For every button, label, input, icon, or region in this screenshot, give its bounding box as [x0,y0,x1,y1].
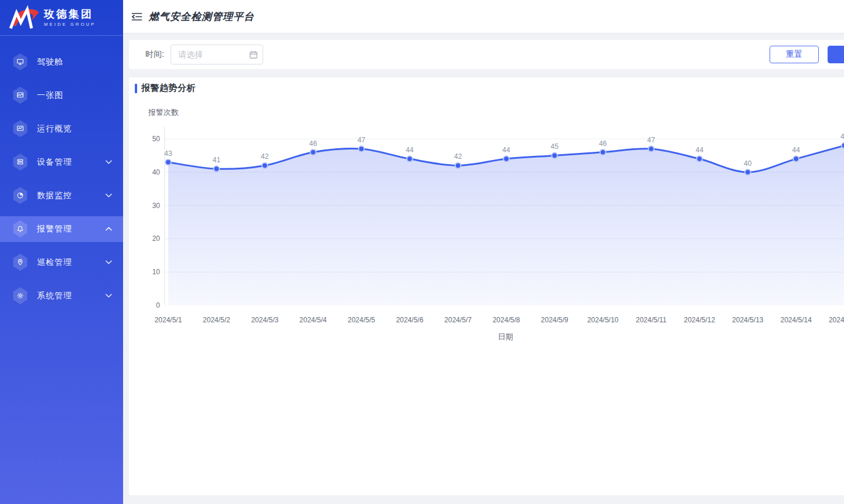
platform-title: 燃气安全检测管理平台 [149,10,254,23]
inspection-icon [12,254,28,271]
sidebar-nav: 驾驶舱 一张图 运行概览 设备管理 [0,36,123,312]
cockpit-dashboard-icon [12,53,28,70]
chevron-down-icon [106,260,112,264]
sidebar-item-label: 驾驶舱 [37,57,63,67]
svg-text:50: 50 [152,135,161,143]
svg-text:44: 44 [792,146,801,154]
svg-text:2024/5/2: 2024/5/2 [203,316,230,324]
filter-bar: 时间: 重置 查询 [129,40,844,69]
time-filter-label: 时间: [145,49,164,60]
svg-text:44: 44 [406,146,414,154]
svg-text:2024/5/11: 2024/5/11 [636,316,667,324]
chevron-down-icon [106,294,112,298]
svg-text:2024/5/14: 2024/5/14 [781,316,812,324]
svg-text:20: 20 [152,234,161,243]
sidebar-item-cockpit[interactable]: 驾驶舱 [0,45,123,79]
sidebar-item-system-management[interactable]: 系统管理 [0,279,123,312]
sidebar-item-label: 设备管理 [37,157,72,168]
svg-text:0: 0 [156,301,160,309]
svg-text:2024/5/1: 2024/5/1 [155,316,182,324]
svg-text:48: 48 [840,132,844,141]
chevron-up-icon [106,227,112,231]
sidebar-item-one-map[interactable]: 一张图 [0,79,123,112]
sidebar: 玫德集团 MEIDE GROUP 驾驶舱 一张图 运行概览 [0,0,123,504]
system-settings-icon [12,287,28,304]
svg-text:2024/5/10: 2024/5/10 [587,316,619,324]
svg-text:2024/5/13: 2024/5/13 [732,316,764,324]
sidebar-item-inspection-management[interactable]: 巡检管理 [0,246,123,279]
sidebar-item-label: 一张图 [37,90,63,101]
svg-text:44: 44 [696,146,704,154]
svg-text:40: 40 [744,159,752,168]
svg-text:46: 46 [599,139,607,148]
top-header: 燃气安全检测管理平台 [123,0,844,33]
sidebar-item-label: 数据监控 [37,190,72,201]
sidebar-collapse-icon[interactable] [131,12,142,22]
query-button[interactable]: 查询 [828,46,844,63]
svg-text:2024/5/6: 2024/5/6 [396,316,424,324]
chevron-down-icon [106,193,112,197]
alarm-trend-line-chart: 01020304050432024/5/1412024/5/2422024/5/… [129,77,844,347]
svg-text:2024/5/8: 2024/5/8 [492,316,520,324]
svg-text:2024/5/3: 2024/5/3 [251,316,278,324]
svg-text:40: 40 [152,168,161,176]
brand-name-cn: 玫德集团 [44,8,96,20]
sidebar-item-label: 报警管理 [37,224,72,234]
svg-text:45: 45 [551,142,559,151]
svg-text:2024/5/7: 2024/5/7 [444,316,472,324]
svg-text:2024/5/12: 2024/5/12 [684,316,716,324]
svg-text:10: 10 [152,268,161,276]
alarm-management-icon [12,220,28,237]
svg-text:42: 42 [261,152,269,161]
svg-text:30: 30 [152,202,161,210]
sidebar-item-label: 巡检管理 [37,257,72,268]
brand-logo: 玫德集团 MEIDE GROUP [0,0,123,36]
x-axis-title: 日期 [481,332,530,342]
svg-text:2024/5/15: 2024/5/15 [829,316,844,324]
svg-text:2024/5/5: 2024/5/5 [348,316,375,324]
svg-text:44: 44 [502,146,511,154]
sidebar-item-operation-overview[interactable]: 运行概览 [0,112,123,145]
sidebar-item-device-management[interactable]: 设备管理 [0,145,123,179]
one-map-icon [12,87,28,104]
time-picker-input[interactable] [171,45,263,64]
sidebar-item-label: 系统管理 [37,291,72,301]
alarm-trend-card: 报警趋势分析 报警次数 01020304050432024/5/1412024/… [129,77,844,495]
brand-name-en: MEIDE GROUP [44,22,96,27]
sidebar-item-alarm-management[interactable]: 报警管理 [0,212,123,246]
svg-text:46: 46 [309,139,318,148]
sidebar-item-label: 运行概览 [37,124,72,134]
operation-overview-icon [12,120,28,137]
svg-text:43: 43 [164,149,172,158]
chevron-down-icon [106,160,112,164]
reset-button[interactable]: 重置 [770,46,819,63]
device-management-icon [12,154,28,171]
svg-text:47: 47 [358,136,366,144]
meide-logo-icon [8,5,40,30]
sidebar-item-data-monitor[interactable]: 数据监控 [0,179,123,212]
svg-text:2024/5/4: 2024/5/4 [300,316,327,324]
svg-text:42: 42 [454,152,462,161]
svg-text:41: 41 [213,156,221,164]
svg-text:47: 47 [647,136,655,144]
data-monitor-icon [12,187,28,204]
svg-text:2024/5/9: 2024/5/9 [541,316,569,324]
